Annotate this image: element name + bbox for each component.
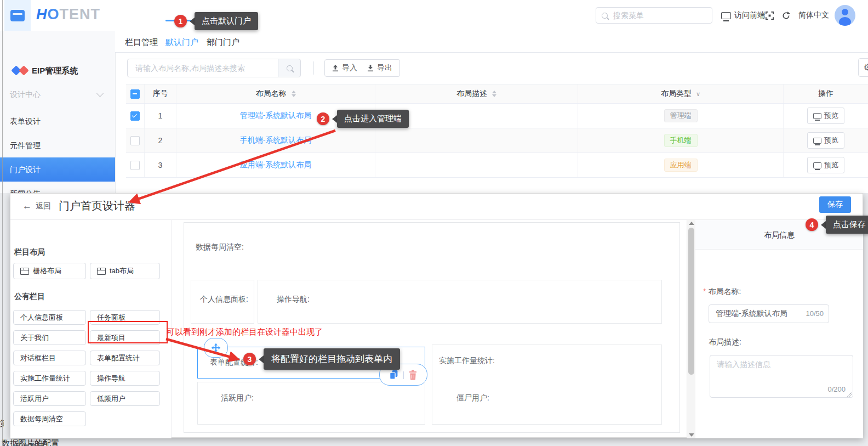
tooltip-bubble: 点击进入管理端 bbox=[337, 110, 409, 128]
logo-part: TENT bbox=[60, 6, 101, 22]
col-label: 布局描述 bbox=[456, 89, 487, 99]
row-index: 3 bbox=[158, 161, 163, 170]
sidebar-item-form-design[interactable]: 表单设计 bbox=[0, 111, 115, 131]
row-checkbox[interactable] bbox=[130, 161, 140, 170]
trash-icon[interactable] bbox=[408, 369, 418, 381]
step-number-badge: 3 bbox=[243, 353, 256, 365]
layout-name-label: *布局名称: bbox=[703, 287, 741, 297]
canvas-cell-action-nav[interactable]: 操作导航: bbox=[258, 280, 662, 324]
preview-button[interactable]: 预览 bbox=[807, 108, 844, 124]
widget-dialog-column[interactable]: 对话框栏目 bbox=[13, 351, 86, 365]
widget-label: 关于我们 bbox=[20, 333, 49, 343]
scroll-down-icon[interactable] bbox=[689, 433, 694, 437]
language-switch[interactable]: 简体中文 bbox=[798, 0, 829, 31]
tooltip-caret-icon bbox=[821, 221, 826, 229]
menu-toggle-button[interactable] bbox=[4, 0, 31, 31]
select-all-checkbox[interactable] bbox=[130, 89, 140, 99]
widget-label: tab布局 bbox=[110, 266, 134, 276]
tab-dept-portal[interactable]: 部门门户 bbox=[207, 37, 239, 48]
group-title-layout: 栏目布局 bbox=[14, 247, 45, 257]
group-title-public: 公有栏目 bbox=[14, 292, 45, 302]
sidebar-group-design-center[interactable]: 设计中心 bbox=[10, 90, 41, 100]
import-label: 导入 bbox=[342, 63, 357, 73]
scroll-up-icon[interactable] bbox=[689, 222, 694, 225]
widget-label: 低频用户 bbox=[97, 394, 125, 404]
desc-char-counter: 0/200 bbox=[827, 385, 846, 393]
sidebar-item-portal-design[interactable]: 门户设计 bbox=[0, 157, 115, 182]
tooltip-bubble: 点击默认门户 bbox=[195, 12, 258, 30]
brand-title: EIP管理系统 bbox=[32, 66, 78, 76]
monitor-icon bbox=[813, 113, 821, 119]
widget-label: 操作导航 bbox=[97, 374, 125, 383]
search-button[interactable] bbox=[278, 59, 301, 77]
cell-label: 僵尸用户: bbox=[456, 393, 489, 403]
export-button[interactable]: 导出 bbox=[360, 59, 400, 77]
filter-caret-icon[interactable]: ∨ bbox=[696, 91, 700, 98]
widget-personal-panel[interactable]: 个人信息面板 bbox=[13, 310, 86, 325]
sidebar-item-component-mgmt[interactable]: 元件管理 bbox=[0, 136, 115, 155]
preview-button[interactable]: 预览 bbox=[807, 157, 844, 173]
logo-part: H bbox=[36, 6, 48, 22]
col-layout-name[interactable]: 布局名称 bbox=[176, 84, 375, 103]
col-index: 序号 bbox=[153, 89, 168, 99]
refresh-button[interactable] bbox=[781, 0, 791, 31]
column-settings-button[interactable]: ⚙ bbox=[858, 58, 868, 77]
layout-search-box[interactable] bbox=[127, 59, 278, 77]
col-layout-type[interactable]: 布局类型∨ bbox=[578, 84, 784, 103]
widget-label: 活跃用户 bbox=[20, 394, 49, 404]
canvas-cell-active-users[interactable]: 活跃用户: bbox=[197, 382, 425, 425]
cell-label: 实施工作量统计: bbox=[439, 356, 495, 366]
layout-name-link[interactable]: 应用端-系统默认布局 bbox=[240, 160, 312, 170]
widget-form-config-stat[interactable]: 表单配置统计 bbox=[90, 351, 160, 365]
layout-search-input[interactable] bbox=[134, 63, 271, 73]
menu-search-box[interactable] bbox=[596, 7, 712, 24]
widget-active-users[interactable]: 活跃用户 bbox=[13, 391, 86, 406]
scrollbar-thumb[interactable] bbox=[688, 228, 694, 375]
widget-action-nav[interactable]: 操作导航 bbox=[90, 371, 160, 386]
widget-label: 实施工作量统计 bbox=[20, 374, 70, 383]
row-checkbox[interactable] bbox=[130, 136, 140, 145]
tab-default-portal[interactable]: 默认门户 bbox=[165, 37, 198, 48]
app-logo: HOTENT bbox=[36, 6, 100, 23]
cell-label: 个人信息面板: bbox=[200, 295, 248, 304]
resize-handle-icon[interactable] bbox=[847, 392, 852, 397]
tooltip-caret-icon bbox=[190, 18, 195, 25]
fullscreen-icon bbox=[765, 11, 774, 20]
import-button[interactable]: 导入 bbox=[324, 59, 365, 77]
widget-low-freq-users[interactable]: 低频用户 bbox=[90, 391, 160, 406]
widget-tab-layout[interactable]: tab布局 bbox=[90, 263, 160, 279]
monitor-icon bbox=[721, 12, 731, 19]
fullscreen-button[interactable] bbox=[765, 0, 774, 31]
grid-icon bbox=[20, 268, 29, 275]
sort-icon[interactable] bbox=[492, 91, 496, 97]
user-avatar[interactable] bbox=[835, 5, 855, 26]
back-button[interactable]: ← 返回 bbox=[22, 201, 51, 212]
widget-about-us[interactable]: 关于我们 bbox=[13, 330, 86, 345]
copy-icon[interactable] bbox=[389, 369, 399, 381]
widget-impl-workload-stat[interactable]: 实施工作量统计 bbox=[13, 371, 86, 386]
canvas-cell-personal-panel[interactable]: 个人信息面板: bbox=[191, 280, 254, 324]
layout-name-link[interactable]: 手机端-系统默认布局 bbox=[240, 136, 312, 145]
col-layout-desc[interactable]: 布局描述 bbox=[375, 84, 578, 103]
sort-icon[interactable] bbox=[292, 91, 296, 97]
widget-grid-layout[interactable]: 栅格布局 bbox=[13, 263, 86, 279]
tab-column-mgmt[interactable]: 栏目管理 bbox=[125, 37, 158, 48]
annotation-step-3: 3 将配置好的栏目拖动到表单内 bbox=[243, 348, 400, 370]
brand-diamond-icon bbox=[19, 65, 28, 75]
header-divider bbox=[49, 201, 49, 212]
canvas-cell-stats[interactable]: 实施工作量统计: 僵尸用户: bbox=[432, 345, 662, 425]
preview-button[interactable]: 预览 bbox=[807, 132, 844, 149]
widget-weekly-clear[interactable]: 数据每周清空 bbox=[13, 411, 86, 426]
widget-label: 表单配置统计 bbox=[97, 353, 140, 363]
visit-frontend-button[interactable]: 访问前端 bbox=[721, 0, 765, 31]
menu-search-input[interactable] bbox=[612, 10, 713, 20]
cell-label: 操作导航: bbox=[277, 295, 310, 304]
drag-handle[interactable] bbox=[204, 338, 228, 358]
row-checkbox[interactable] bbox=[130, 111, 140, 121]
type-badge: 应用端 bbox=[664, 159, 698, 172]
chevron-down-icon bbox=[96, 90, 104, 97]
canvas-scrollbar[interactable] bbox=[687, 220, 696, 438]
sidebar: EIP管理系统 设计中心 表单设计 元件管理 门户设计 新闻公告 外部数据源 bbox=[0, 31, 116, 193]
layout-name-link[interactable]: 管理端-系统默认布局 bbox=[240, 111, 312, 121]
save-button[interactable]: 保存 bbox=[819, 196, 851, 213]
